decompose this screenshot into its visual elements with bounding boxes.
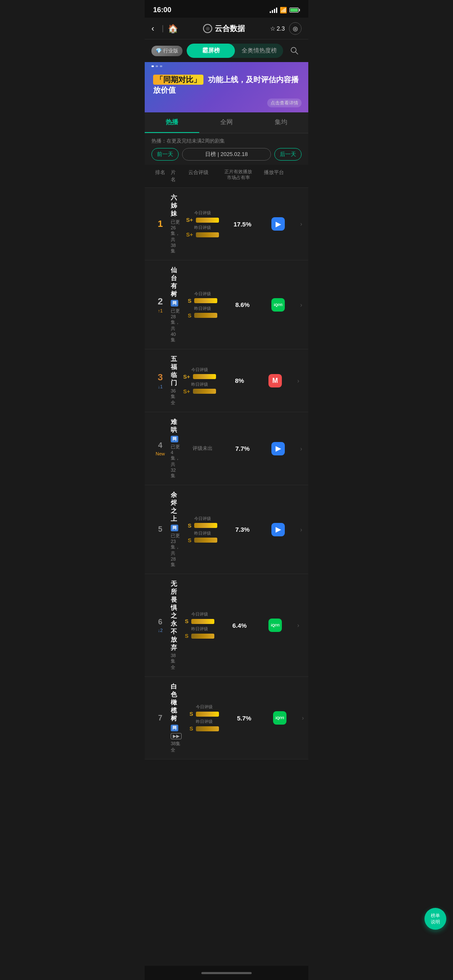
title-col: 难哄网 已更4集，共32集 [171,418,182,479]
platform-col: iQIYI [263,711,297,725]
rank-change: ↑1 [158,308,163,313]
tab-baping[interactable]: 霸屏榜 [187,44,235,58]
title-sub: 已更26集，共38集 [171,219,180,254]
title-name: 仙台有树网 [171,266,180,307]
title-col: 余烬之上网 已更23集，共28集 [171,491,182,568]
title-col: 无所畏惧之永不放弃 38集全 [171,580,179,671]
platform-icon: iQIYI [268,619,282,632]
rank-change: ↓1 [158,384,163,389]
platform-icon: iQIYI [271,298,285,312]
rank-change: New [156,451,165,456]
network-badge: 网 [171,525,178,531]
platform-col: ▶ [261,442,295,455]
arrow-col: › [295,221,307,227]
title-sub: 已更23集，共28集 [171,533,180,568]
title-name: 白色橄榄树网▶▶ [171,683,182,739]
prev-day-button[interactable]: 前一天 [151,148,179,161]
star-icon: ☆ [270,25,276,32]
advance-badge: ▶▶ [171,733,182,739]
platform-col: iQIYI [258,619,292,632]
rank-number: 3 [158,372,163,383]
tab-hotness[interactable]: 全奥情热度榜 [235,44,283,58]
filter-desc: 热播：在更及完结未满2周的剧集 [151,138,302,145]
platform-col: M [258,374,292,387]
logo-icon: ◎ [203,24,212,33]
rank-col: 6 ↓2 [150,618,171,633]
pct-col: 5.7% [225,715,263,722]
title-sub: 38集全 [171,741,182,753]
back-button[interactable]: ‹ [151,22,158,35]
title-sub: 已更28集，共40集 [171,308,180,343]
filter-controls: 前一天 日榜 | 2025.02.18 后一天 [151,148,302,161]
title-name: 难哄网 [171,418,180,442]
rating-col: 今日评级 S 昨日评级 S [182,516,224,543]
rank-number: 5 [158,525,162,534]
banner[interactable]: 「同期对比」 功能上线，及时评估内容播放价值 点击查看详情 [145,62,308,112]
arrow-col: › [297,715,308,721]
title-sub: 已更4集，共32集 [171,444,180,479]
banner-dots [151,65,162,67]
table-row[interactable]: 6 ↓2 无所畏惧之永不放弃 38集全 今日评级 S 昨日评级 [145,574,308,677]
network-badge: 网 [171,300,178,307]
nav-divider: | [162,24,164,33]
signal-icon [270,8,277,13]
rank-col: 1 [150,218,171,229]
filter-row: 热播：在更及完结未满2周的剧集 前一天 日榜 | 2025.02.18 后一天 [145,133,308,165]
platform-icon: M [268,374,282,387]
rank-col: 2 ↑1 [150,296,171,313]
rating-col: 今日评级 S 昨日评级 S [183,704,225,732]
logo-text: 云合数据 [215,23,245,34]
title-col: 白色橄榄树网▶▶ 38集全 [171,683,183,753]
rank-col: 5 [150,525,171,534]
rank-number: 6 [158,618,162,626]
arrow-col: › [295,445,307,452]
star-rating[interactable]: ☆ 2.3 [270,25,285,32]
pct-col: 17.5% [224,221,261,228]
pct-col: 8.6% [224,301,261,308]
camera-button[interactable]: ◎ [289,22,302,35]
rank-number: 2 [158,296,163,307]
search-button[interactable] [287,44,302,58]
table-row[interactable]: 7 白色橄榄树网▶▶ 38集全 今日评级 S 昨日评级 [145,677,308,759]
star-value: 2.3 [277,25,285,32]
network-badge: 网 [171,436,178,442]
banner-detail-button[interactable]: 点击查看详情 [267,99,302,107]
title-col: 仙台有树网 已更28集，共40集 [171,266,182,343]
table-row[interactable]: 1 六姊妹 已更26集，共38集 今日评级 S+ 昨日评级 [145,188,308,260]
rank-number: 7 [158,714,162,723]
tab-hotplay[interactable]: 热播 [145,112,199,133]
pct-col: 7.7% [224,445,261,452]
title-col: 六姊妹 已更26集，共38集 [171,194,182,254]
rank-number: 4 [158,441,162,450]
title-sub: 38集全 [171,653,177,671]
home-button[interactable]: 🏠 [168,23,178,34]
title-name: 余烬之上网 [171,491,180,531]
title-name: 五福临门 [171,355,177,387]
table-body: 1 六姊妹 已更26集，共38集 今日评级 S+ 昨日评级 [145,188,308,759]
rank-col: 3 ↓1 [150,372,171,389]
table-row[interactable]: 5 余烬之上网 已更23集，共28集 今日评级 S 昨日评级 [145,485,308,574]
platform-col: iQIYI [261,298,295,312]
table-row[interactable]: 2 ↑1 仙台有树网 已更28集，共40集 今日评级 S 昨日评级 [145,260,308,349]
tab-all[interactable]: 全网 [199,112,254,133]
title-sub: 36集全 [171,388,177,406]
table-row[interactable]: 3 ↓1 五福临门 36集全 今日评级 S+ 昨日评级 [145,349,308,412]
industry-label: 行业版 [163,47,178,55]
network-badge: 网 [171,725,178,731]
arrow-col: › [292,377,305,384]
table-row[interactable]: 4 New 难哄网 已更4集，共32集 评级未出 7.7% ▶ › [145,412,308,485]
th-title: 片名 [171,169,177,183]
arrow-col: › [295,302,307,308]
th-rank: 排名 [150,169,171,183]
date-label[interactable]: 日榜 | 2025.02.18 [182,148,271,161]
title-name: 无所畏惧之永不放弃 [171,580,177,652]
next-day-button[interactable]: 后一天 [274,148,302,161]
banner-text: 「同期对比」 功能上线，及时评估内容播放价值 [153,75,300,96]
platform-icon: ▶ [271,217,285,231]
diamond-icon: 💎 [156,48,162,54]
arrow-col: › [295,526,307,533]
table-header: 排名 片名 云合评级 正片有效播放市场占有率 播放平台 [145,165,308,188]
th-arrow [291,169,303,183]
rating-col: 今日评级 S+ 昨日评级 S+ [182,210,224,238]
tab-episode[interactable]: 集均 [254,112,308,133]
